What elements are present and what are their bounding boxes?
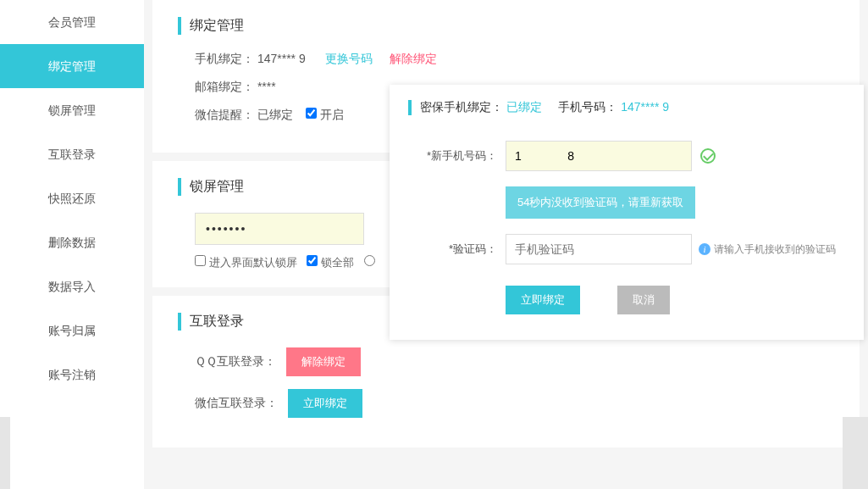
email-bind-value: **** xyxy=(257,80,276,93)
code-hint: i请输入手机接收到的验证码 xyxy=(699,242,836,257)
phone-bind-value: 147**** 9 xyxy=(257,52,306,65)
sidebar-item-binding[interactable]: 绑定管理 xyxy=(0,44,144,88)
sidebar-item-snapshot[interactable]: 快照还原 xyxy=(0,176,144,220)
wechat-bind-button[interactable]: 立即绑定 xyxy=(288,389,362,418)
sidebar-item-delete[interactable]: 删除数据 xyxy=(0,220,144,264)
sidebar-item-lock[interactable]: 锁屏管理 xyxy=(0,88,144,132)
lock-all-checkbox[interactable] xyxy=(307,255,318,266)
popup-header-label: 密保手机绑定： xyxy=(420,100,503,114)
sidebar-item-cancel-account[interactable]: 账号注销 xyxy=(0,353,144,397)
qq-oauth-label: ＱＱ互联登录： xyxy=(195,354,276,370)
sidebar-item-ownership[interactable]: 账号归属 xyxy=(0,308,144,353)
popup-phone-label: 手机号码： xyxy=(558,100,617,114)
default-lock-checkbox[interactable] xyxy=(195,255,206,266)
email-bind-label: 邮箱绑定： xyxy=(195,80,254,95)
submit-button[interactable]: 立即绑定 xyxy=(506,286,580,314)
default-lock-label: 进入界面默认锁屏 xyxy=(209,256,297,269)
new-phone-label: *新手机号码： xyxy=(408,148,497,164)
popup-status: 已绑定 xyxy=(506,100,542,114)
binding-title: 绑定管理 xyxy=(178,17,834,35)
phone-bind-label: 手机绑定： xyxy=(195,52,254,67)
info-icon: i xyxy=(699,243,710,255)
change-phone-popup: 密保手机绑定： 已绑定 手机号码： 147**** 9 *新手机号码： 54秒内… xyxy=(390,85,864,340)
decor-left xyxy=(0,417,10,489)
wechat-oauth-label: 微信互联登录： xyxy=(195,396,278,411)
wechat-open-checkbox[interactable] xyxy=(306,108,317,119)
qq-unbind-button[interactable]: 解除绑定 xyxy=(286,347,361,376)
popup-header: 密保手机绑定： 已绑定 手机号码： 147**** 9 xyxy=(408,100,845,115)
check-icon xyxy=(700,148,716,164)
sidebar-item-oauth[interactable]: 互联登录 xyxy=(0,132,144,176)
wechat-remind-value: 已绑定 xyxy=(257,108,293,121)
unbind-phone-link[interactable]: 解除绑定 xyxy=(390,52,437,65)
lock-password-box[interactable]: ••••••• xyxy=(195,213,364,245)
code-input[interactable] xyxy=(506,234,692,264)
cancel-button[interactable]: 取消 xyxy=(617,286,670,314)
lock-radio[interactable] xyxy=(364,255,375,266)
wechat-open-label: 开启 xyxy=(320,108,344,121)
code-label: *验证码： xyxy=(408,242,497,257)
new-phone-input[interactable] xyxy=(506,141,692,171)
lock-all-label: 锁全部 xyxy=(321,256,354,269)
change-phone-link[interactable]: 更换号码 xyxy=(325,52,373,65)
sidebar: 会员管理 绑定管理 锁屏管理 互联登录 快照还原 删除数据 数据导入 账号归属 … xyxy=(0,0,144,489)
sidebar-item-member[interactable]: 会员管理 xyxy=(0,0,144,44)
wechat-remind-label: 微信提醒： xyxy=(195,108,254,123)
popup-phone-value: 147**** 9 xyxy=(621,100,669,114)
sidebar-item-import[interactable]: 数据导入 xyxy=(0,264,144,308)
decor-right xyxy=(843,417,868,489)
resend-code-button[interactable]: 54秒内没收到验证码，请重新获取 xyxy=(506,186,695,219)
